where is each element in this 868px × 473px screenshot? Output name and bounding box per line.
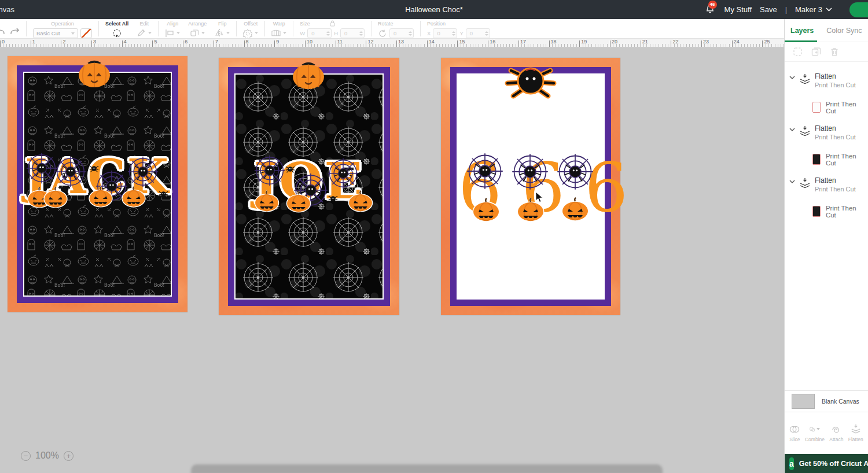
pumpkin-icon[interactable] <box>290 60 327 90</box>
edit-button[interactable] <box>137 28 152 38</box>
ruler-number: 2 <box>62 39 65 45</box>
card-666[interactable]: 666 <box>441 58 620 315</box>
ruler-number: 18 <box>551 39 557 45</box>
size-label: Size <box>300 21 310 27</box>
spiderweb-icon[interactable] <box>466 152 504 190</box>
select-layers-icon[interactable] <box>793 47 803 57</box>
make-it-button[interactable] <box>849 2 868 17</box>
spider-icon[interactable] <box>89 164 99 173</box>
width-stepper[interactable] <box>326 31 330 36</box>
height-input[interactable]: 0 <box>340 28 365 38</box>
chevron-down-icon[interactable] <box>789 76 795 79</box>
redo-button[interactable] <box>10 27 20 36</box>
machine-selector[interactable]: Maker 3 <box>795 5 832 14</box>
spiderweb-icon[interactable] <box>556 153 594 191</box>
ruler-number: 16 <box>490 39 495 45</box>
rotate-input[interactable]: 0 <box>389 28 414 38</box>
spiderweb-icon[interactable] <box>54 156 87 188</box>
position-y-stepper[interactable] <box>485 31 488 36</box>
ruler-number: 9 <box>276 39 279 45</box>
edit-toolbar: Operation Basic Cut Select All Edit <box>0 19 784 39</box>
height-stepper[interactable] <box>359 31 363 36</box>
layer-group[interactable]: Flatten Print Then Cut <box>785 120 868 147</box>
pumpkin-icon[interactable] <box>560 197 590 221</box>
mouse-cursor <box>535 191 543 203</box>
pumpkin-icon[interactable] <box>285 191 312 213</box>
arrange-label: Arrange <box>188 21 207 27</box>
combine-button[interactable]: Combine <box>805 424 825 442</box>
rotate-stepper[interactable] <box>409 31 412 36</box>
panel-tabs: Layers Color Sync <box>785 19 868 42</box>
pumpkin-icon[interactable] <box>347 190 374 212</box>
align-label: Align <box>167 21 178 27</box>
spiderweb-icon[interactable] <box>327 157 359 190</box>
my-stuff-link[interactable]: My Stuff <box>724 5 752 14</box>
delete-icon[interactable] <box>830 47 839 57</box>
card-joe[interactable]: JOE <box>219 58 399 315</box>
combine-icon <box>810 424 820 434</box>
tab-color-sync[interactable]: Color Sync <box>826 27 862 35</box>
save-button[interactable]: Save <box>760 5 777 14</box>
attach-button[interactable]: Attach <box>829 424 843 442</box>
notifications-button[interactable]: 46 <box>705 4 716 16</box>
spider-icon[interactable] <box>159 189 168 199</box>
layer-thumbnail <box>812 206 821 217</box>
spiderweb-icon[interactable] <box>25 152 58 184</box>
offset-button[interactable] <box>243 28 258 38</box>
chevron-down-icon[interactable] <box>789 128 795 131</box>
layer-actions-bar: Slice Combine Attach Flatten <box>785 412 868 454</box>
card-jack[interactable]: JACK <box>8 56 187 312</box>
pumpkin-icon[interactable] <box>87 186 114 208</box>
position-x-input[interactable]: 0 <box>433 28 457 38</box>
width-value: 0 <box>311 30 314 36</box>
align-button[interactable] <box>165 28 180 38</box>
pumpkin-icon[interactable] <box>76 58 113 88</box>
zoom-in-button[interactable]: + <box>64 451 73 461</box>
slice-icon <box>789 424 800 434</box>
pumpkin-icon[interactable] <box>253 190 281 212</box>
pumpkin-icon[interactable] <box>120 186 147 208</box>
warp-button[interactable] <box>271 28 286 38</box>
zoom-out-button[interactable]: − <box>21 451 31 461</box>
duplicate-icon[interactable] <box>811 47 821 57</box>
slice-button[interactable]: Slice <box>789 424 800 442</box>
ruler-number: 17 <box>520 39 526 45</box>
rotate-icon <box>378 29 387 38</box>
layer-group[interactable]: Flatten Print Then Cut <box>785 172 868 199</box>
pumpkin-icon[interactable] <box>471 198 501 222</box>
spiderweb-icon[interactable] <box>127 156 159 188</box>
width-input[interactable]: 0 <box>307 28 332 38</box>
arrange-button[interactable] <box>190 28 205 38</box>
blank-canvas-row[interactable]: Blank Canvas <box>785 390 868 412</box>
chevron-down-icon[interactable] <box>789 180 795 183</box>
warp-label: Warp <box>273 21 285 27</box>
layer-group[interactable]: Flatten Print Then Cut <box>785 68 868 95</box>
blank-canvas-label: Blank Canvas <box>822 398 859 405</box>
spiderweb-icon[interactable] <box>253 154 286 187</box>
operation-select[interactable]: Basic Cut <box>33 28 78 38</box>
tab-layers[interactable]: Layers <box>790 27 814 35</box>
ruler-number: 6 <box>185 39 187 45</box>
layer-item[interactable]: Print Then Cut <box>785 147 868 172</box>
spider-icon[interactable] <box>502 61 560 103</box>
design-canvas[interactable]: JACK JOE <box>0 47 784 473</box>
layer-item[interactable]: Print Then Cut <box>785 199 868 224</box>
ruler-number: 8 <box>246 39 249 45</box>
position-x-stepper[interactable] <box>452 31 455 36</box>
spider-icon[interactable] <box>328 194 338 204</box>
position-y-input[interactable]: 0 <box>466 28 490 38</box>
select-all-button[interactable] <box>112 28 122 38</box>
layer-item[interactable]: Print Then Cut <box>785 95 868 120</box>
flip-label: Flip <box>218 21 227 27</box>
flip-button[interactable] <box>215 28 230 38</box>
flatten-button[interactable]: Flatten <box>848 424 863 442</box>
spider-icon[interactable] <box>285 164 295 174</box>
undo-button[interactable] <box>0 27 5 36</box>
promo-banner[interactable]: a Get 50% off Cricut Acc <box>785 454 868 473</box>
ruler-number: 0 <box>2 39 5 45</box>
lock-icon[interactable] <box>330 20 335 27</box>
spiderweb-icon[interactable] <box>511 153 549 191</box>
pen-color-swatch[interactable] <box>80 28 92 38</box>
slice-label: Slice <box>789 437 800 442</box>
pumpkin-icon[interactable] <box>42 187 69 208</box>
